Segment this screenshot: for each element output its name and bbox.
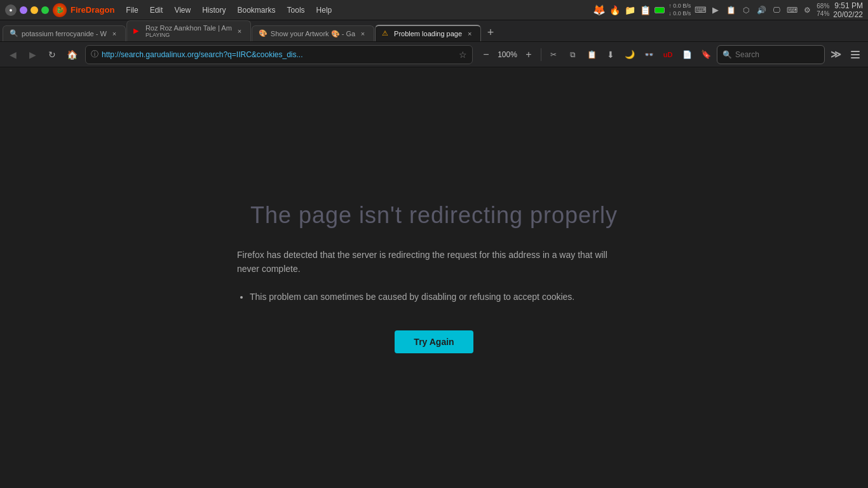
extension-icons: ✂ ⧉ 📋 ⬇ 🌙 👓 uD 📄 🔖	[545, 46, 715, 64]
keyboard-layout-icon[interactable]: ⌨	[786, 4, 797, 16]
tab-favicon-4: ⚠	[382, 29, 391, 38]
tray-icon-finder[interactable]: 📁	[624, 4, 635, 16]
tab-title-4: Problem loading page	[394, 30, 462, 37]
more-tools-button[interactable]: ≫	[827, 46, 844, 64]
tab-youtube[interactable]: ▶ Roz Roz Aankhon Tale | Am PLAYING ×	[126, 20, 251, 41]
minimize-icon[interactable]	[20, 6, 27, 14]
menu-button[interactable]	[846, 46, 864, 64]
tab-title-2: Roz Roz Aankhon Tale | Am	[146, 24, 232, 32]
tab-playing-label: PLAYING	[146, 32, 232, 38]
system-stats: 68% 74%	[817, 3, 829, 18]
window-controls: ●	[5, 4, 49, 16]
app-logo: 🐉	[53, 3, 67, 17]
tab-artwork[interactable]: 🎨 Show your Artwork 🎨 - Ga ×	[252, 25, 374, 41]
clock: 9:51 PM 20/02/22	[833, 1, 863, 19]
zoom-out-button[interactable]: −	[477, 46, 495, 64]
menu-history[interactable]: History	[197, 4, 231, 16]
toolbar: ◀ ▶ ↻ 🏠 ⓘ ☆ − 100% + ✂ ⧉ 📋 ⬇ 🌙 👓 uD 📄 🔖 …	[0, 42, 868, 67]
titlebar-right: 🦊 🔥 📁 📋 ↑ 0.0 B/s ↓ 0.0 B/s ⌨ ▶ 📋 ⬡ 🔊 🖵 …	[593, 1, 863, 19]
screen-icon[interactable]: 🖵	[771, 4, 782, 16]
glasses-icon[interactable]: 👓	[640, 46, 658, 64]
search-input[interactable]	[735, 50, 799, 59]
url-bar[interactable]: ⓘ ☆	[85, 45, 473, 64]
zoom-in-button[interactable]: +	[520, 46, 538, 64]
power-icon: ●	[9, 7, 12, 13]
forward-button[interactable]: ▶	[24, 46, 41, 64]
reload-button[interactable]: ↻	[43, 46, 61, 64]
tab-bar: 🔍 potassium ferrocyanide - W × ▶ Roz Roz…	[0, 20, 868, 42]
volume-icon[interactable]: 🔊	[756, 4, 767, 16]
paste-icon[interactable]: 📋	[583, 46, 600, 64]
hamburger-line-1	[851, 51, 860, 52]
settings-icon[interactable]: ⚙	[801, 4, 813, 16]
zoom-level: 100%	[496, 50, 519, 59]
menu-file[interactable]: File	[121, 4, 143, 16]
tab-title-3: Show your Artwork 🎨 - Ga	[271, 30, 355, 38]
url-input[interactable]	[102, 50, 456, 59]
cut-icon[interactable]: ✂	[545, 46, 562, 64]
search-icon: 🔍	[722, 50, 732, 59]
play-icon[interactable]: ▶	[710, 4, 721, 16]
hamburger-line-3	[851, 57, 860, 58]
error-description: Firefox has detected that the server is …	[237, 248, 631, 276]
tab-close-4[interactable]: ×	[465, 29, 474, 38]
tab-error[interactable]: ⚠ Problem loading page ×	[375, 25, 481, 41]
tray-icon-clipboard[interactable]: 📋	[639, 4, 651, 16]
tab-close-1[interactable]: ×	[110, 29, 119, 38]
try-again-button[interactable]: Try Again	[395, 330, 473, 353]
bookmark-star-icon[interactable]: ☆	[459, 50, 467, 60]
tab-close-3[interactable]: ×	[358, 29, 367, 38]
copy-icon[interactable]: ⧉	[564, 46, 581, 64]
bookmark-icon[interactable]: 🔖	[697, 46, 715, 64]
bluetooth-icon[interactable]: ⬡	[740, 4, 752, 16]
reader-icon[interactable]: 📄	[678, 46, 696, 64]
maximize-icon[interactable]	[31, 6, 38, 14]
firefox-icon[interactable]: 🦊	[593, 4, 605, 16]
titlebar: ● 🐉 FireDragon File Edit View History Bo…	[0, 0, 868, 20]
search-bar[interactable]: 🔍	[717, 45, 825, 64]
tab-close-2[interactable]: ×	[235, 27, 244, 36]
main-content: The page isn't redirecting properly Fire…	[0, 67, 868, 488]
tab-title-1: potassium ferrocyanide - W	[22, 30, 107, 37]
battery-indicator	[654, 7, 665, 13]
error-title: The page isn't redirecting properly	[237, 202, 631, 229]
error-list-item: This problem can sometimes be caused by …	[250, 289, 631, 305]
back-button[interactable]: ◀	[4, 46, 22, 64]
url-info-icon: ⓘ	[91, 49, 98, 60]
tab-potassium[interactable]: 🔍 potassium ferrocyanide - W ×	[3, 25, 126, 41]
dark-mode-icon[interactable]: 🌙	[621, 46, 639, 64]
ublock-icon[interactable]: uD	[659, 46, 677, 64]
network-speed: ↑ 0.0 B/s ↓ 0.0 B/s	[668, 3, 691, 17]
tab-favicon-2: ▶	[133, 27, 142, 36]
menu-view[interactable]: View	[169, 4, 196, 16]
menu-bar: File Edit View History Bookmarks Tools H…	[121, 4, 590, 16]
tab-favicon-1: 🔍	[10, 29, 18, 38]
new-tab-button[interactable]: +	[482, 24, 499, 41]
menu-tools[interactable]: Tools	[282, 4, 310, 16]
hamburger-line-2	[851, 54, 860, 55]
close-icon[interactable]	[41, 6, 49, 14]
toolbar-separator	[541, 48, 541, 61]
zoom-controls: − 100% +	[477, 46, 538, 64]
tab-favicon-3: 🎨	[259, 29, 268, 38]
download-icon[interactable]: ⬇	[602, 46, 620, 64]
keyboard-icon[interactable]: ⌨	[695, 4, 706, 16]
error-container: The page isn't redirecting properly Fire…	[212, 177, 656, 379]
menu-bookmarks[interactable]: Bookmarks	[233, 4, 281, 16]
menu-edit[interactable]: Edit	[145, 4, 168, 16]
menu-help[interactable]: Help	[311, 4, 337, 16]
clipboard-icon[interactable]: 📋	[725, 4, 736, 16]
tray-icon-1[interactable]: 🔥	[609, 4, 620, 16]
app-name: FireDragon	[71, 5, 114, 15]
home-button[interactable]: 🏠	[63, 46, 81, 64]
error-list: This problem can sometimes be caused by …	[237, 289, 631, 305]
